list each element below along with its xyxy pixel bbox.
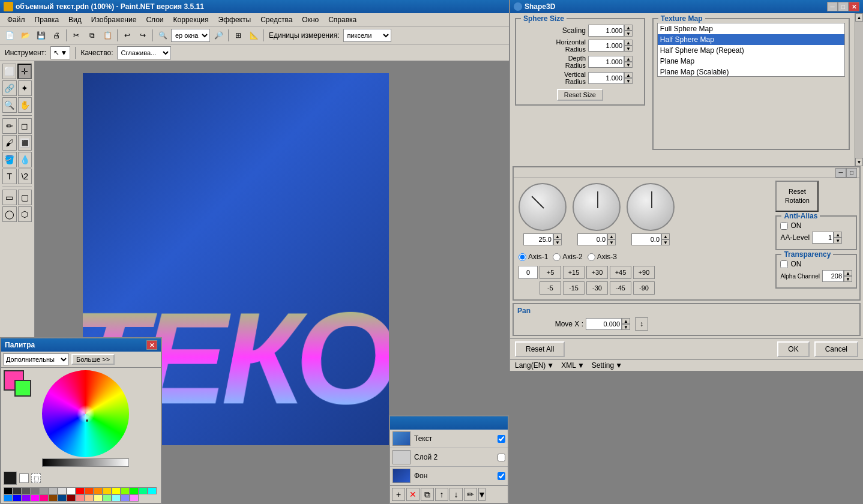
layer-scroll[interactable]: ▼ xyxy=(478,488,486,501)
step-plus5[interactable]: +5 xyxy=(540,266,561,279)
dial-1[interactable] xyxy=(519,183,567,231)
axis2-radio[interactable] xyxy=(553,253,561,261)
zoom-in-button[interactable]: 🔎 xyxy=(211,28,226,43)
depth-input[interactable] xyxy=(588,56,624,68)
alpha-down[interactable]: ▼ xyxy=(844,276,852,282)
menu-edit[interactable]: Правка xyxy=(30,14,64,25)
palette-color-31[interactable] xyxy=(130,494,139,502)
step-minus5[interactable]: -5 xyxy=(540,281,561,295)
dial-1-down[interactable]: ▼ xyxy=(553,239,562,245)
shape3d-max[interactable]: □ xyxy=(838,2,849,11)
magic-wand-tool[interactable]: ✦ xyxy=(18,80,32,96)
fill-tool[interactable]: 🪣 xyxy=(2,152,17,167)
texture-map-listbox[interactable]: Full Sphere Map Half Sphere Map Half Sph… xyxy=(657,23,845,77)
palette-color-20[interactable] xyxy=(31,494,40,502)
layer-item-1[interactable]: Слой 2 xyxy=(390,448,508,467)
rotation-min[interactable]: ─ xyxy=(835,168,846,178)
aa-level-input[interactable] xyxy=(812,232,834,244)
layer-check-0[interactable] xyxy=(498,435,505,443)
rotation-max[interactable]: □ xyxy=(846,168,857,178)
pencil-tool[interactable]: ✏ xyxy=(2,118,17,134)
anti-alias-checkbox[interactable] xyxy=(780,222,788,230)
shape3d-close[interactable]: ✕ xyxy=(849,2,859,11)
alpha-up[interactable]: ▲ xyxy=(844,270,852,276)
texture-plane[interactable]: Plane Map xyxy=(658,56,844,67)
menu-effects[interactable]: Эффекты xyxy=(214,14,256,25)
step-plus90[interactable]: +90 xyxy=(633,266,655,279)
new-button[interactable]: 📄 xyxy=(2,28,17,43)
palette-color-27[interactable] xyxy=(94,494,103,502)
copy-button[interactable]: ⧉ xyxy=(85,28,99,43)
menu-window[interactable]: Окно xyxy=(297,14,323,25)
layer-check-1[interactable] xyxy=(498,454,505,461)
scroll-down-button[interactable]: ▼ xyxy=(855,158,863,166)
pan-tool[interactable]: ✋ xyxy=(18,97,32,113)
dial-3-input[interactable] xyxy=(631,233,661,245)
scaling-up[interactable]: ▲ xyxy=(624,25,633,31)
palette-color-14[interactable] xyxy=(130,487,139,494)
redo-button[interactable]: ↪ xyxy=(136,28,150,43)
zoom-out-button[interactable]: 🔍 xyxy=(155,28,170,43)
palette-color-1[interactable] xyxy=(13,487,22,494)
palette-color-24[interactable] xyxy=(67,494,76,502)
path-tool[interactable]: \2 xyxy=(18,169,32,184)
aa-down[interactable]: ▼ xyxy=(834,238,842,244)
vertical-up[interactable]: ▲ xyxy=(624,72,633,78)
axis3-radio-label[interactable]: Axis-3 xyxy=(588,253,617,261)
step-plus30[interactable]: +30 xyxy=(586,266,608,279)
reset-rotation-button[interactable]: Reset Rotation xyxy=(775,181,819,212)
layer-down-button[interactable]: ↓ xyxy=(450,488,463,501)
palette-color-12[interactable] xyxy=(112,487,121,494)
scroll-up-button[interactable]: ▲ xyxy=(855,13,863,22)
menu-view[interactable]: Вид xyxy=(64,14,86,25)
color-wheel[interactable] xyxy=(42,370,129,457)
layer-item-2[interactable]: Фон xyxy=(390,467,508,485)
step-plus45[interactable]: +45 xyxy=(610,266,631,279)
save-button[interactable]: 💾 xyxy=(34,28,48,43)
palette-color-18[interactable] xyxy=(13,494,22,502)
palette-color-8[interactable] xyxy=(76,487,85,494)
unit-combo[interactable]: пиксели xyxy=(343,29,391,42)
rect-select-tool[interactable]: ⬜ xyxy=(2,64,16,79)
stamp-tool[interactable]: 🔳 xyxy=(18,135,32,151)
undo-button[interactable]: ↩ xyxy=(120,28,134,43)
layer-merge-button[interactable]: ✏ xyxy=(464,488,477,501)
shape3d-min[interactable]: ─ xyxy=(827,2,838,11)
quality-combo[interactable]: Сглажива... xyxy=(117,46,171,59)
movex-down[interactable]: ▼ xyxy=(622,324,630,330)
dial-3-up[interactable]: ▲ xyxy=(661,233,670,239)
palette-close[interactable]: ✕ xyxy=(146,340,157,350)
zoom-tool[interactable]: 🔍 xyxy=(2,97,17,113)
layer-delete-button[interactable]: ✕ xyxy=(406,488,419,501)
palette-color-15[interactable] xyxy=(139,487,148,494)
dial-1-up[interactable]: ▲ xyxy=(553,233,562,239)
secondary-swatch[interactable] xyxy=(14,380,31,397)
palette-color-26[interactable] xyxy=(85,494,94,502)
palette-color-2[interactable] xyxy=(22,487,31,494)
dial-3[interactable] xyxy=(627,183,675,231)
palette-color-25[interactable] xyxy=(76,494,85,502)
palette-color-16[interactable] xyxy=(148,487,157,494)
ellipse-tool[interactable]: ◯ xyxy=(2,206,17,222)
palette-color-7[interactable] xyxy=(67,487,76,494)
palette-color-6[interactable] xyxy=(58,487,67,494)
palette-color-10[interactable] xyxy=(94,487,103,494)
texture-half-sphere[interactable]: Half Sphere Map xyxy=(658,34,844,45)
menu-tools[interactable]: Средства xyxy=(256,14,297,25)
step-minus15[interactable]: -15 xyxy=(563,281,585,295)
setting-item[interactable]: Setting ▼ xyxy=(592,361,622,370)
vertical-down[interactable]: ▼ xyxy=(624,78,633,84)
zoom-combo[interactable]: ер окна xyxy=(171,29,210,42)
palette-color-17[interactable] xyxy=(4,494,13,502)
palette-color-21[interactable] xyxy=(40,494,49,502)
palette-color-23[interactable] xyxy=(58,494,67,502)
palette-color-19[interactable] xyxy=(22,494,31,502)
layer-up-button[interactable]: ↑ xyxy=(435,488,448,501)
scaling-down[interactable]: ▼ xyxy=(624,31,633,37)
rulers-button[interactable]: 📐 xyxy=(247,28,261,43)
open-button[interactable]: 📂 xyxy=(18,28,32,43)
texture-plane-scalable[interactable]: Plane Map (Scalable) xyxy=(658,67,844,77)
eraser-tool[interactable]: ◻ xyxy=(18,118,32,134)
aa-up[interactable]: ▲ xyxy=(834,232,842,238)
cancel-button[interactable]: Cancel xyxy=(814,341,858,357)
